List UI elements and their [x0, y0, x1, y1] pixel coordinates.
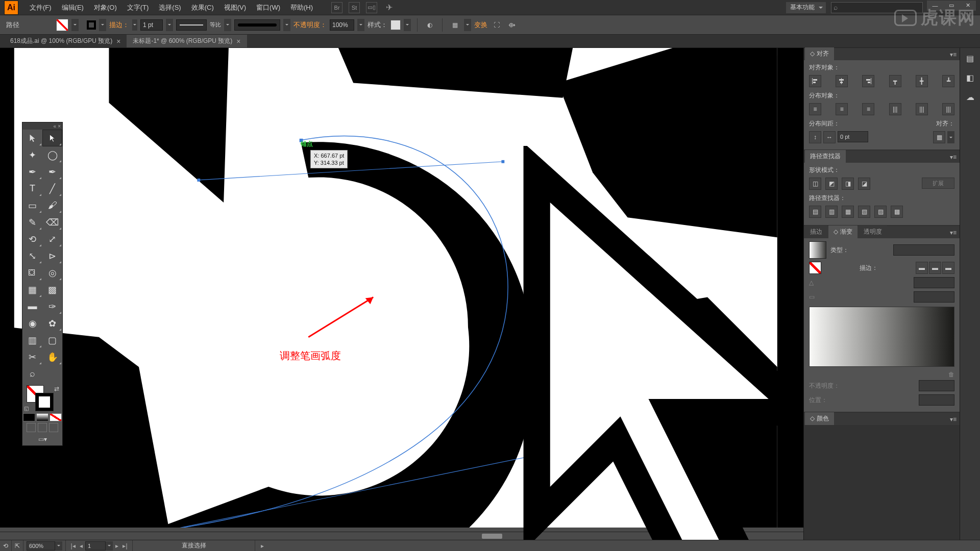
swap-fill-stroke-icon[interactable]: ⇄ [54, 385, 59, 392]
fill-stroke-control[interactable]: ⇄ ◱ [22, 383, 62, 413]
menu-view[interactable]: 视图(V) [219, 3, 251, 12]
fill-dropdown[interactable] [71, 19, 79, 31]
spacing-input[interactable]: 0 pt [838, 131, 868, 142]
slice-tool[interactable]: ✂ [22, 348, 42, 365]
perspective-grid-tool[interactable]: ▦ [22, 281, 42, 298]
draw-inside[interactable] [49, 423, 58, 432]
stock-icon[interactable]: St [349, 2, 360, 13]
outline-button[interactable]: ▨ [874, 206, 887, 218]
menu-edit[interactable]: 编辑(E) [57, 3, 89, 12]
pathfinder-tab[interactable]: 路径查找器 [805, 150, 846, 163]
stroke-label[interactable]: 描边： [109, 20, 129, 30]
bridge-icon[interactable]: Br [331, 2, 342, 13]
ribbon-libraries-icon[interactable]: ☁ [963, 90, 977, 104]
scale-tool[interactable]: ⤡ [22, 247, 42, 264]
stroke-swatch[interactable] [87, 20, 96, 30]
grad-stroke-along-button[interactable]: ▬ [929, 262, 941, 274]
lasso-tool[interactable]: ◯ [42, 146, 62, 163]
minus-back-button[interactable]: ▩ [891, 206, 903, 218]
first-artboard-button[interactable]: |◂ [69, 542, 77, 549]
align-vcenter-button[interactable]: ╋ [916, 75, 928, 87]
zoom-dropdown[interactable] [55, 541, 62, 550]
transparency-panel-tab[interactable]: 透明度 [859, 226, 887, 238]
symbol-sprayer-tool[interactable]: ✿ [42, 315, 62, 332]
panel-menu-icon[interactable]: ▾≡ [947, 49, 960, 60]
artboard-number-input[interactable] [85, 541, 106, 550]
divide-button[interactable]: ▤ [809, 206, 821, 218]
menu-select[interactable]: 选择(S) [154, 3, 186, 12]
minus-front-button[interactable]: ◩ [825, 178, 838, 190]
mesh-tool[interactable]: ▩ [42, 281, 62, 298]
panel-menu-icon[interactable]: ▾≡ [947, 152, 960, 163]
stroke-swatch-dropdown[interactable] [99, 19, 106, 31]
close-button[interactable]: ✕ [960, 1, 976, 11]
stroke-color-icon[interactable] [36, 393, 53, 411]
align-right-button[interactable] [862, 75, 874, 87]
menu-file[interactable]: 文件(F) [24, 3, 57, 12]
recolor-icon[interactable]: ◐ [424, 19, 436, 31]
align-panel-icon[interactable]: ▦ [449, 19, 461, 31]
exclude-button[interactable]: ◪ [858, 178, 870, 190]
workspace-switcher[interactable]: 基本功能 [786, 2, 826, 13]
expand-button[interactable]: 扩展 [922, 178, 954, 189]
artboard-dropdown[interactable] [106, 541, 113, 550]
curvature-tool[interactable]: ✒ [42, 163, 62, 180]
dist-vcenter-button[interactable]: ≡ [836, 103, 848, 115]
magic-wand-tool[interactable]: ✦ [22, 146, 42, 163]
color-panel-tab[interactable]: ◇颜色 [805, 412, 834, 425]
panel-menu-icon[interactable]: ▾≡ [947, 227, 960, 238]
menu-effect[interactable]: 效果(C) [186, 3, 219, 12]
eyedropper-tool[interactable]: ✑ [42, 298, 62, 315]
color-mode-none[interactable] [50, 413, 62, 421]
tab-close-icon[interactable]: × [116, 37, 120, 45]
rotate-tool[interactable]: ⟲ [22, 231, 42, 247]
draw-behind[interactable] [38, 423, 47, 432]
opacity-label[interactable]: 不透明度： [293, 20, 327, 30]
opacity-dropdown[interactable] [357, 19, 364, 31]
type-tool[interactable]: T [22, 180, 42, 197]
dist-top-button[interactable]: ≡ [809, 103, 821, 115]
graphic-style-dropdown[interactable] [404, 19, 411, 31]
intersect-button[interactable]: ◨ [842, 178, 854, 190]
pencil-tool[interactable]: ✎ [22, 214, 42, 231]
graphic-style-swatch[interactable] [390, 20, 401, 30]
edit-contents-icon[interactable]: ⟴ [506, 19, 518, 31]
eraser-tool[interactable]: ⌫ [42, 214, 62, 231]
maximize-button[interactable]: ▭ [943, 1, 960, 11]
transform-label[interactable]: 变换 [474, 20, 487, 30]
isolate-icon[interactable]: ⛶ [491, 19, 503, 31]
arrange-docs-icon[interactable]: ▭▯ [366, 2, 377, 13]
tool-panel-header[interactable]: «× [22, 122, 62, 130]
gradient-ramp[interactable] [809, 307, 954, 367]
ribbon-layers-icon[interactable]: ◧ [963, 70, 977, 85]
brush-dropdown[interactable] [283, 19, 290, 31]
hand-tool[interactable]: ✋ [42, 348, 62, 365]
menu-type[interactable]: 文字(T) [122, 3, 154, 12]
stroke-panel-tab[interactable]: 描边 [805, 226, 827, 238]
next-artboard-button[interactable]: ▸ [113, 542, 121, 549]
align-top-button[interactable]: ┳ [889, 75, 901, 87]
gradient-angle-input[interactable] [914, 277, 954, 288]
grad-stroke-within-button[interactable]: ▬ [916, 262, 928, 274]
direct-selection-tool[interactable] [42, 130, 62, 146]
status-more-button[interactable]: ▸ [258, 542, 266, 549]
paintbrush-tool[interactable]: 🖌 [42, 197, 62, 214]
gradient-fill-none-icon[interactable] [809, 262, 821, 274]
merge-button[interactable]: ▦ [842, 206, 854, 218]
opacity-input[interactable] [330, 19, 354, 31]
fill-swatch[interactable] [56, 19, 68, 31]
menu-object[interactable]: 对象(O) [89, 3, 122, 12]
zoom-level-input[interactable] [27, 541, 55, 550]
ribbon-properties-icon[interactable]: ▤ [963, 51, 977, 65]
shape-builder-tool[interactable]: ◎ [42, 264, 62, 281]
gradient-preview-swatch[interactable] [809, 241, 826, 259]
align-left-button[interactable] [809, 75, 821, 87]
draw-normal[interactable] [27, 423, 36, 432]
stroke-weight-input[interactable] [140, 19, 163, 31]
rectangle-tool[interactable]: ▭ [22, 197, 42, 214]
stroke-weight-dropdown[interactable] [166, 19, 173, 31]
dist-hcenter-button[interactable]: ||| [916, 103, 928, 115]
last-artboard-button[interactable]: ▸| [121, 542, 129, 549]
menu-help[interactable]: 帮助(H) [285, 3, 318, 12]
align-to-button[interactable]: ▦ [933, 131, 945, 143]
